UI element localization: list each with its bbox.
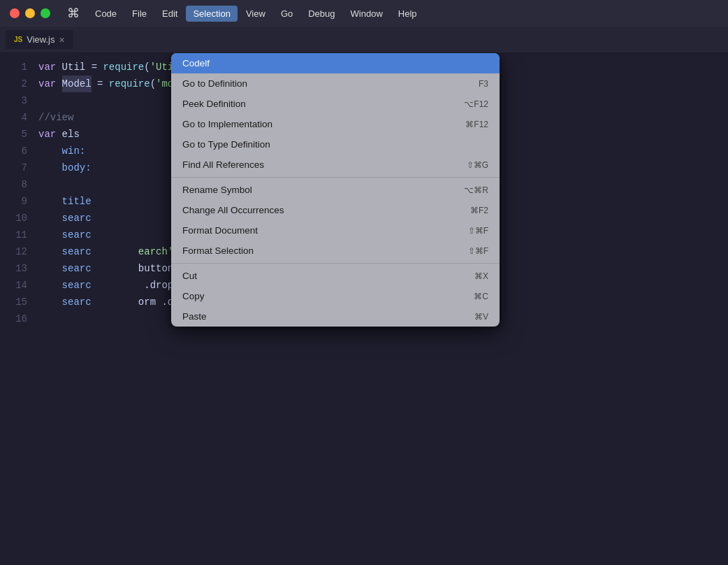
line-num-6: 6 xyxy=(0,143,38,159)
menu-edit[interactable]: Edit xyxy=(155,6,184,22)
context-menu-item-copy[interactable]: Copy ⌘C xyxy=(171,286,500,306)
menu-help[interactable]: Help xyxy=(391,6,424,22)
tab-bar: JS View.js × xyxy=(0,27,728,53)
context-menu-item-find-all-references[interactable]: Find All References ⇧⌘G xyxy=(171,155,500,175)
copy-shortcut: ⌘C xyxy=(474,292,488,301)
cut-label: Cut xyxy=(182,271,197,281)
line-num-4: 4 xyxy=(0,109,38,126)
menu-code[interactable]: Code xyxy=(88,6,124,22)
line-num-16: 16 xyxy=(0,310,38,327)
menu-debug[interactable]: Debug xyxy=(301,6,342,22)
menu-go[interactable]: Go xyxy=(274,6,300,22)
context-menu-item-go-to-definition[interactable]: Go to Definition F3 xyxy=(171,73,500,94)
line-num-9: 9 xyxy=(0,193,38,210)
context-menu-item-go-to-implementation[interactable]: Go to Implementation ⌘F12 xyxy=(171,114,500,134)
change-all-occurrences-shortcut: ⌘F2 xyxy=(470,206,488,215)
go-to-definition-label: Go to Definition xyxy=(182,78,247,89)
context-menu-item-change-all-occurrences[interactable]: Change All Occurrences ⌘F2 xyxy=(171,200,500,220)
line-numbers: 1 2 3 4 5 6 7 8 9 10 11 12 13 14 15 16 xyxy=(0,53,38,536)
format-selection-shortcut: ⇧⌘F xyxy=(468,246,488,256)
menu-selection[interactable]: Selection xyxy=(186,6,237,22)
go-to-implementation-label: Go to Implementation xyxy=(182,119,272,129)
line-num-5: 5 xyxy=(0,126,38,143)
editor-container: 1 2 3 4 5 6 7 8 9 10 11 12 13 14 15 16 v… xyxy=(0,53,728,536)
separator-2 xyxy=(171,263,500,264)
peek-definition-shortcut: ⌥F12 xyxy=(464,99,488,109)
line-num-10: 10 xyxy=(0,210,38,227)
context-menu-item-codelf[interactable]: Codelf xyxy=(171,53,500,73)
format-selection-label: Format Selection xyxy=(182,245,254,256)
line-num-8: 8 xyxy=(0,176,38,193)
line-num-3: 3 xyxy=(0,92,38,109)
context-menu-item-rename-symbol[interactable]: Rename Symbol ⌥⌘R xyxy=(171,180,500,200)
menu-view[interactable]: View xyxy=(239,6,272,22)
tab-viewjs[interactable]: JS View.js × xyxy=(6,30,73,49)
context-menu-item-peek-definition[interactable]: Peek Definition ⌥F12 xyxy=(171,94,500,114)
change-all-occurrences-label: Change All Occurrences xyxy=(182,205,284,215)
line-num-2: 2 xyxy=(0,76,38,92)
context-menu-item-format-document[interactable]: Format Document ⇧⌘F xyxy=(171,220,500,241)
context-menu-item-cut[interactable]: Cut ⌘X xyxy=(171,266,500,286)
copy-label: Copy xyxy=(182,291,205,301)
apple-menu[interactable]: ⌘ xyxy=(60,3,87,24)
context-menu-item-paste[interactable]: Paste ⌘V xyxy=(171,306,500,327)
line-num-12: 12 xyxy=(0,243,38,260)
js-badge: JS xyxy=(14,36,22,43)
line-num-1: 1 xyxy=(0,59,38,76)
paste-shortcut: ⌘V xyxy=(474,312,488,322)
minimize-button[interactable] xyxy=(25,8,35,18)
format-document-shortcut: ⇧⌘F xyxy=(468,226,488,236)
rename-symbol-shortcut: ⌥⌘R xyxy=(464,185,488,195)
paste-label: Paste xyxy=(182,311,207,322)
find-all-references-shortcut: ⇧⌘G xyxy=(467,160,488,170)
cut-shortcut: ⌘X xyxy=(474,271,488,281)
menu-file[interactable]: File xyxy=(125,6,154,22)
go-to-implementation-shortcut: ⌘F12 xyxy=(465,120,488,129)
line-num-14: 14 xyxy=(0,277,38,294)
tab-close-button[interactable]: × xyxy=(59,35,64,45)
context-menu: Codelf Go to Definition F3 Peek Definiti… xyxy=(171,53,500,327)
traffic-lights xyxy=(0,8,60,18)
find-all-references-label: Find All References xyxy=(182,159,264,170)
menu-window[interactable]: Window xyxy=(344,6,390,22)
go-to-type-definition-label: Go to Type Definition xyxy=(182,139,270,150)
format-document-label: Format Document xyxy=(182,225,258,236)
menu-items: ⌘ Code File Edit Selection View Go Debug… xyxy=(60,3,424,24)
separator-1 xyxy=(171,177,500,178)
menu-bar: ⌘ Code File Edit Selection View Go Debug… xyxy=(0,0,728,27)
tab-filename: View.js xyxy=(27,34,54,45)
context-menu-item-go-to-type-definition[interactable]: Go to Type Definition xyxy=(171,134,500,155)
line-num-7: 7 xyxy=(0,159,38,176)
peek-definition-label: Peek Definition xyxy=(182,99,246,109)
go-to-definition-shortcut: F3 xyxy=(479,79,488,89)
context-menu-item-format-selection[interactable]: Format Selection ⇧⌘F xyxy=(171,241,500,261)
maximize-button[interactable] xyxy=(41,8,50,18)
line-num-13: 13 xyxy=(0,260,38,277)
line-num-15: 15 xyxy=(0,294,38,310)
codelf-label: Codelf xyxy=(182,58,210,69)
line-num-11: 11 xyxy=(0,227,38,243)
close-button[interactable] xyxy=(10,8,20,18)
rename-symbol-label: Rename Symbol xyxy=(182,185,252,195)
